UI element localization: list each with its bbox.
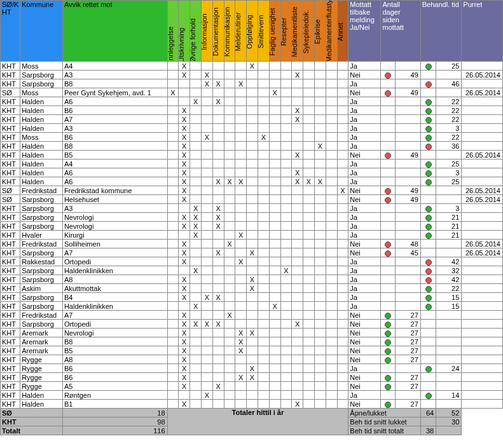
cell-x14 bbox=[326, 79, 337, 88]
cell-x3: X bbox=[201, 293, 212, 302]
cell-dot1 bbox=[381, 293, 395, 302]
cell-dager: 27 bbox=[395, 311, 420, 320]
cell-x13 bbox=[314, 382, 326, 391]
cell-x4 bbox=[212, 88, 224, 97]
cell-x2 bbox=[190, 257, 202, 266]
f-r2a: Beh tid snitt lukket bbox=[348, 417, 420, 426]
cell-x8 bbox=[258, 71, 269, 79]
cell-x15 bbox=[337, 71, 348, 79]
cell-dot2 bbox=[420, 346, 436, 355]
cell-behandl: 3 bbox=[436, 204, 462, 213]
cell-x15 bbox=[337, 266, 348, 275]
cell-x1 bbox=[179, 79, 190, 88]
cell-x10 bbox=[280, 320, 292, 329]
cell-x8 bbox=[258, 266, 269, 275]
cell-dager bbox=[395, 364, 420, 373]
status-dot-icon bbox=[385, 241, 391, 248]
cell-mottatt: Ja bbox=[348, 133, 381, 142]
cell-dager bbox=[395, 62, 420, 71]
cell-behandl bbox=[436, 382, 462, 391]
cell-x0 bbox=[167, 231, 179, 240]
cell-type: KHT bbox=[1, 231, 20, 240]
cell-purret bbox=[462, 79, 503, 88]
cell-x12 bbox=[303, 222, 315, 231]
cell-x6 bbox=[235, 106, 247, 115]
cell-x0 bbox=[167, 160, 179, 168]
cell-x12 bbox=[303, 88, 315, 97]
cell-x8 bbox=[258, 391, 269, 400]
cell-x9 bbox=[269, 222, 280, 231]
cell-x12 bbox=[303, 213, 315, 222]
cell-x6: X bbox=[235, 329, 247, 337]
cell-x12 bbox=[303, 231, 315, 240]
cell-x14 bbox=[326, 240, 337, 248]
cell-x8: X bbox=[258, 133, 269, 142]
cell-behandl: 3 bbox=[436, 124, 462, 133]
cell-x15: X bbox=[337, 186, 348, 195]
cell-avvik: B5 bbox=[62, 346, 167, 355]
f-r2b bbox=[420, 417, 436, 426]
cell-purret bbox=[462, 97, 503, 106]
cell-x4 bbox=[212, 373, 224, 382]
cell-x12 bbox=[303, 364, 315, 373]
cell-purret bbox=[462, 231, 503, 240]
cell-x14 bbox=[326, 364, 337, 373]
cell-x12 bbox=[303, 186, 315, 195]
cell-x6: X bbox=[235, 231, 247, 240]
cell-x4 bbox=[212, 302, 224, 311]
cell-dager bbox=[395, 142, 420, 151]
cell-avvik: B6 bbox=[62, 133, 167, 142]
cell-x8 bbox=[258, 222, 269, 231]
cell-x4 bbox=[212, 71, 224, 79]
cell-x4 bbox=[212, 133, 224, 142]
cell-purret bbox=[462, 62, 503, 71]
cell-purret bbox=[462, 177, 503, 186]
cell-x1: X bbox=[179, 382, 190, 391]
cell-avvik: B8 bbox=[62, 142, 167, 151]
hdr-behandl: Behandl. tid bbox=[420, 1, 462, 62]
status-dot-icon bbox=[385, 330, 391, 337]
cell-x4 bbox=[212, 355, 224, 364]
cell-kommune: Sarpsborg bbox=[20, 71, 63, 79]
cell-avvik: A8 bbox=[62, 355, 167, 364]
cell-x14 bbox=[326, 266, 337, 275]
cell-kommune: Rygge bbox=[20, 373, 63, 382]
cell-dot2 bbox=[420, 142, 436, 151]
cell-x3: X bbox=[201, 79, 212, 88]
cell-avvik: Kirurgi bbox=[62, 231, 167, 240]
cell-x1: X bbox=[179, 320, 190, 329]
table-row: KHTSarpsborgNevrologiXXXJa21 bbox=[1, 222, 503, 231]
cell-x12 bbox=[303, 204, 315, 213]
cell-x6 bbox=[235, 213, 247, 222]
f-kht-v: 98 bbox=[62, 417, 167, 426]
cell-x5 bbox=[224, 151, 235, 160]
cell-kommune: Halden bbox=[20, 106, 63, 115]
cell-kommune: Aremark bbox=[20, 346, 63, 355]
table-row: KHTFredrikstadA7XXNei27 bbox=[1, 311, 503, 320]
cell-avvik: A3 bbox=[62, 71, 167, 79]
cell-x9 bbox=[269, 195, 280, 204]
cell-avvik: Nevrologi bbox=[62, 329, 167, 337]
status-dot-icon bbox=[385, 375, 391, 381]
cell-kommune: Sarpsborg bbox=[20, 79, 63, 88]
cell-x3 bbox=[201, 124, 212, 133]
cell-x7 bbox=[247, 186, 258, 195]
cell-x8 bbox=[258, 240, 269, 248]
cell-dot2 bbox=[420, 400, 436, 409]
status-dot-icon bbox=[385, 357, 391, 363]
cell-x12 bbox=[303, 71, 315, 79]
status-dot-icon bbox=[385, 384, 391, 390]
cell-x13 bbox=[314, 248, 326, 257]
cell-x2 bbox=[190, 106, 202, 115]
cell-x15 bbox=[337, 204, 348, 213]
cell-x11 bbox=[292, 97, 303, 106]
cell-x15 bbox=[337, 97, 348, 106]
cell-x11 bbox=[292, 133, 303, 142]
cell-x0 bbox=[167, 168, 179, 177]
data-table: SØ/K HT Kommune Avvik rettet mot Innlegg… bbox=[0, 0, 503, 435]
cell-x0 bbox=[167, 346, 179, 355]
cell-behandl: 25 bbox=[436, 62, 462, 71]
cell-dager bbox=[395, 115, 420, 124]
cell-x2 bbox=[190, 133, 202, 142]
status-dot-icon bbox=[425, 170, 432, 177]
